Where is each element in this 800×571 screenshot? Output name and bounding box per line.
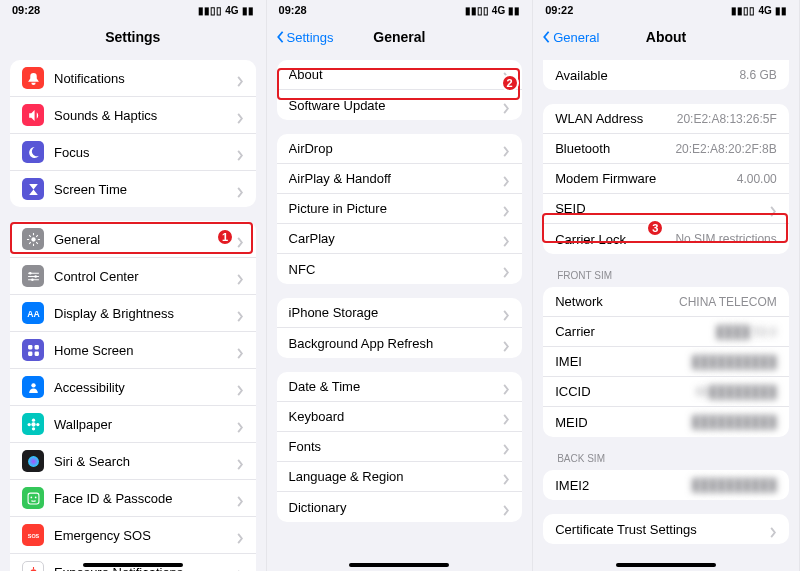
row-label: Date & Time (289, 379, 497, 394)
settings-row[interactable]: Keyboard (277, 402, 523, 432)
settings-row[interactable]: Bluetooth20:E2:A8:20:2F:8B (543, 134, 789, 164)
row-label: Dictionary (289, 500, 497, 515)
svg-point-15 (28, 456, 39, 467)
status-time: 09:28 (12, 4, 40, 16)
back-button[interactable]: General (541, 30, 599, 45)
network-label: 4G (225, 5, 238, 16)
settings-row[interactable]: Carrier████ 53.0 (543, 317, 789, 347)
settings-row[interactable]: General (10, 221, 256, 258)
settings-row[interactable]: IMEI██████████ (543, 347, 789, 377)
chevron-right-icon (502, 233, 510, 244)
settings-row[interactable]: Software Update (277, 90, 523, 120)
svg-point-9 (31, 383, 35, 387)
chevron-right-icon (502, 307, 510, 318)
row-value: ████ 53.0 (716, 325, 777, 339)
svg-text:SOS: SOS (27, 533, 39, 539)
chevron-right-icon (236, 493, 244, 504)
settings-row[interactable]: AirDrop (277, 134, 523, 164)
chevron-right-icon (502, 264, 510, 275)
row-label: IMEI (555, 354, 692, 369)
settings-row[interactable]: Language & Region (277, 462, 523, 492)
row-label: About (289, 67, 497, 82)
chevron-right-icon (769, 203, 777, 214)
settings-row[interactable]: Background App Refresh (277, 328, 523, 358)
settings-row[interactable]: ICCID89████████ (543, 377, 789, 407)
row-label: Notifications (54, 71, 230, 86)
settings-row[interactable]: Control Center (10, 258, 256, 295)
row-value: ██████████ (692, 478, 777, 492)
settings-row[interactable]: AirPlay & Handoff (277, 164, 523, 194)
back-button[interactable]: Settings (275, 30, 334, 45)
row-value: No SIM restrictions (675, 232, 776, 246)
row-label: CarPlay (289, 231, 497, 246)
status-bar: 09:28 ▮▮▯▯ 4G ▮▮ (267, 0, 533, 20)
settings-row[interactable]: SEID (543, 194, 789, 224)
status-right: ▮▮▯▯ 4G ▮▮ (465, 5, 520, 16)
back-label: Settings (287, 30, 334, 45)
settings-row[interactable]: Face ID & Passcode (10, 480, 256, 517)
signal-icon: ▮▮▯▯ (731, 5, 755, 16)
row-value: CHINA TELECOM (679, 295, 777, 309)
settings-row[interactable]: Fonts (277, 432, 523, 462)
settings-row[interactable]: Wallpaper (10, 406, 256, 443)
settings-row[interactable]: Dictionary (277, 492, 523, 522)
settings-row[interactable]: Modem Firmware4.00.00 (543, 164, 789, 194)
svg-text:AA: AA (27, 308, 40, 318)
row-value: ██████████ (692, 355, 777, 369)
row-label: NFC (289, 262, 497, 277)
row-label: AirPlay & Handoff (289, 171, 497, 186)
settings-screen: 09:28 ▮▮▯▯ 4G ▮▮ Settings NotificationsS… (0, 0, 267, 571)
chevron-right-icon (502, 502, 510, 513)
settings-row[interactable]: Home Screen (10, 332, 256, 369)
row-label: Focus (54, 145, 230, 160)
settings-row[interactable]: AADisplay & Brightness (10, 295, 256, 332)
row-value: 4.00.00 (737, 172, 777, 186)
settings-row[interactable]: Siri & Search (10, 443, 256, 480)
chevron-right-icon (502, 173, 510, 184)
home-indicator (616, 563, 716, 567)
row-value: 89████████ (695, 385, 776, 399)
row-label: Sounds & Haptics (54, 108, 230, 123)
row-label: Available (555, 68, 739, 83)
row-label: ICCID (555, 384, 695, 399)
settings-row[interactable]: Date & Time (277, 372, 523, 402)
section-header-back-sim: BACK SIM (543, 451, 789, 468)
settings-row[interactable]: Screen Time (10, 171, 256, 207)
settings-row[interactable]: WLAN Address20:E2:A8:13:26:5F (543, 104, 789, 134)
about-list[interactable]: Available8.6 GB WLAN Address20:E2:A8:13:… (533, 54, 799, 571)
settings-row[interactable]: IMEI2██████████ (543, 470, 789, 500)
chevron-right-icon (236, 530, 244, 541)
settings-row[interactable]: Available8.6 GB (543, 60, 789, 90)
settings-row[interactable]: Picture in Picture (277, 194, 523, 224)
settings-row[interactable]: CarPlay (277, 224, 523, 254)
gear-icon (22, 228, 44, 250)
settings-row[interactable]: Sounds & Haptics (10, 97, 256, 134)
settings-row[interactable]: SOSEmergency SOS (10, 517, 256, 554)
network-label: 4G (758, 5, 771, 16)
settings-row[interactable]: NFC (277, 254, 523, 284)
settings-row[interactable]: MEID██████████ (543, 407, 789, 437)
chevron-right-icon (236, 234, 244, 245)
settings-row[interactable]: Carrier LockNo SIM restrictions (543, 224, 789, 254)
row-label: Language & Region (289, 469, 497, 484)
settings-row[interactable]: Focus (10, 134, 256, 171)
settings-row[interactable]: About (277, 60, 523, 90)
row-label: MEID (555, 415, 692, 430)
settings-row[interactable]: NetworkCHINA TELECOM (543, 287, 789, 317)
row-label: AirDrop (289, 141, 497, 156)
chevron-right-icon (502, 441, 510, 452)
general-list[interactable]: AboutSoftware Update AirDropAirPlay & Ha… (267, 54, 533, 571)
settings-row[interactable]: iPhone Storage (277, 298, 523, 328)
row-label: Face ID & Passcode (54, 491, 230, 506)
settings-row[interactable]: Notifications (10, 60, 256, 97)
sos-icon: SOS (22, 524, 44, 546)
chevron-right-icon (236, 308, 244, 319)
person-icon (22, 376, 44, 398)
row-label: Carrier (555, 324, 716, 339)
settings-row[interactable]: Certificate Trust Settings (543, 514, 789, 544)
settings-row[interactable]: Accessibility (10, 369, 256, 406)
page-title: Settings (105, 29, 160, 45)
settings-list[interactable]: NotificationsSounds & HapticsFocusScreen… (0, 54, 266, 571)
row-value: 20:E2:A8:20:2F:8B (675, 142, 776, 156)
row-label: Background App Refresh (289, 336, 497, 351)
